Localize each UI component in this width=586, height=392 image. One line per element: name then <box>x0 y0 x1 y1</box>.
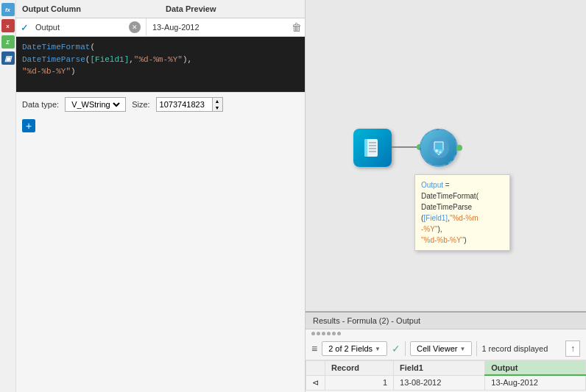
add-button[interactable]: + <box>22 119 35 132</box>
tooltip-line2: DateTimeFormat( <box>421 190 504 202</box>
tooltip-line4: ([Field1],"%d-%m <box>421 213 504 224</box>
formula-str1: "%d-%m-%Y" <box>134 55 183 64</box>
size-input[interactable]: ▲ ▼ <box>156 97 223 112</box>
row-name-container: Output ✕ <box>32 18 146 36</box>
fields-count-label: 2 of 2 Fields <box>328 344 373 353</box>
row-checkmark[interactable]: ✓ <box>16 19 32 36</box>
flask-icon <box>427 136 451 160</box>
svg-point-8 <box>440 152 442 154</box>
separator2 <box>476 341 477 356</box>
book-node[interactable] <box>353 129 392 167</box>
row-icon: ⊲ <box>306 375 325 390</box>
table-icon: ≡ <box>311 343 317 354</box>
svg-point-7 <box>435 149 438 152</box>
row-name: Output <box>35 23 129 32</box>
left-panel: fx x Σ ▣ Output Column Data Preview ✓ Ou… <box>0 0 306 392</box>
data-type-row: Data type: V_WString Size: ▲ ▼ <box>16 92 305 116</box>
size-label: Size: <box>132 100 149 109</box>
cell-viewer-label: Cell Viewer <box>417 344 457 353</box>
data-type-select[interactable]: V_WString <box>65 97 126 112</box>
dots-row <box>306 329 586 338</box>
canvas-area: Output = DateTimeFormat( DateTimeParse (… <box>306 0 586 311</box>
formula-node[interactable] <box>420 129 458 167</box>
tooltip-line6: "%d-%b-%Y") <box>421 235 504 246</box>
tooltip-line1: Output = <box>421 179 504 190</box>
formula-editor[interactable]: DateTimeFormat( DateTimeParse([Field1],"… <box>16 37 305 92</box>
tooltip-line5: -%Y"), <box>421 224 504 235</box>
size-spinner[interactable]: ▲ ▼ <box>212 98 222 111</box>
results-panel: Results - Formula (2) - Output ≡ 2 of 2 … <box>306 311 586 392</box>
data-type-label: Data type: <box>22 100 59 109</box>
node-output-dot <box>456 145 462 151</box>
fx-icon[interactable]: fx <box>1 3 15 16</box>
output-col-header: Output Column <box>16 3 160 15</box>
col-icon-header <box>306 361 325 376</box>
size-down[interactable]: ▼ <box>213 104 222 111</box>
svg-rect-1 <box>364 139 367 157</box>
right-panel: Output = DateTimeFormat( DateTimeParse (… <box>306 0 586 392</box>
record-count: 1 record displayed <box>481 344 548 353</box>
col-field1-header: Field1 <box>394 361 485 376</box>
icon-sidebar: fx x Σ ▣ <box>0 0 16 392</box>
viewer-chevron: ▼ <box>459 346 465 352</box>
connector-line <box>392 146 420 148</box>
data-type-dropdown[interactable]: V_WString <box>68 99 122 110</box>
book-icon <box>361 137 384 159</box>
results-toolbar: ≡ 2 of 2 Fields ▼ ✓ Cell Viewer ▼ 1 reco… <box>306 338 586 360</box>
save-icon[interactable]: ▣ <box>1 51 15 65</box>
checkmark-icon: ✓ <box>392 343 400 354</box>
row-preview: 13-Aug-2012 <box>146 20 289 35</box>
fields-chevron: ▼ <box>375 346 381 352</box>
table-row: ⊲ 1 13-08-2012 13-Aug-2012 <box>306 375 586 390</box>
row-num: 1 <box>325 375 394 390</box>
formula-func2: DateTimeParse <box>22 55 85 64</box>
output-row: ✓ Output ✕ 13-Aug-2012 🗑 <box>16 18 305 37</box>
add-row-area: + <box>16 116 305 135</box>
col-record-header: Record <box>325 361 394 376</box>
preview-col-header: Data Preview <box>160 3 305 15</box>
results-table: Record Field1 Output ⊲ 1 13-08-2012 13-A… <box>306 360 586 391</box>
col-output-header: Output <box>485 361 586 376</box>
size-up[interactable]: ▲ <box>213 98 222 104</box>
sigma-icon[interactable]: Σ <box>1 35 15 49</box>
row-field1: 13-08-2012 <box>394 375 485 390</box>
size-field[interactable] <box>157 99 212 110</box>
x-icon[interactable]: x <box>1 19 15 32</box>
column-headers: Output Column Data Preview <box>16 0 305 18</box>
results-header: Results - Formula (2) - Output <box>306 313 586 329</box>
tooltip-line3: DateTimeParse <box>421 202 504 213</box>
fields-dropdown-btn[interactable]: 2 of 2 Fields ▼ <box>322 341 387 356</box>
formula-func1: DateTimeFormat <box>22 43 90 51</box>
upload-button[interactable]: ↑ <box>565 341 580 357</box>
row-output: 13-Aug-2012 <box>485 375 586 390</box>
cell-viewer-btn[interactable]: Cell Viewer ▼ <box>410 341 472 356</box>
formula-field: [Field1] <box>90 55 129 64</box>
delete-icon[interactable]: 🗑 <box>289 18 305 36</box>
node-tooltip: Output = DateTimeFormat( DateTimeParse (… <box>414 174 510 251</box>
formula-str2: "%d-%b-%Y" <box>22 67 71 76</box>
clear-icon[interactable]: ✕ <box>129 21 141 33</box>
separator1 <box>405 341 406 356</box>
